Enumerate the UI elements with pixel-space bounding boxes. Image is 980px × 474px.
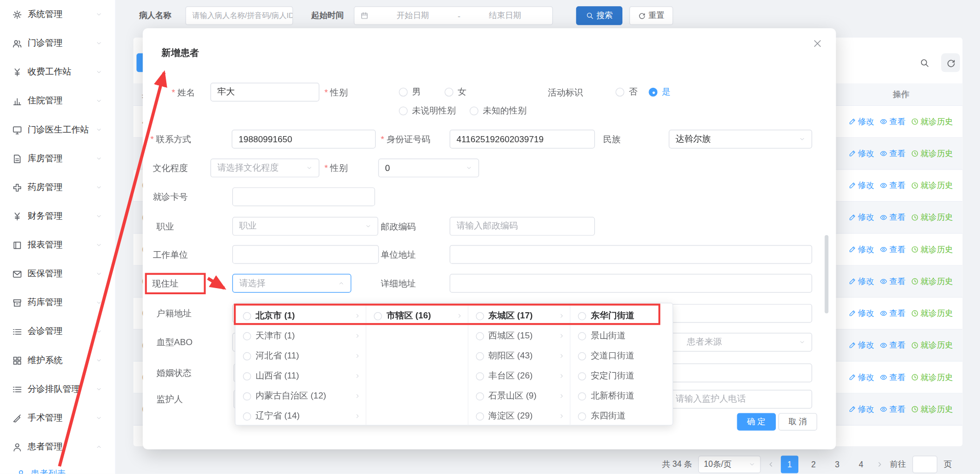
cancel-button[interactable]: 取 消: [778, 413, 817, 430]
gender-option-male[interactable]: 男: [399, 86, 421, 98]
search-button[interactable]: 搜索: [576, 6, 622, 25]
sidebar-item-pharmacy[interactable]: 药房管理: [0, 173, 115, 202]
sidebar-item-patient-list[interactable]: 患者列表: [0, 461, 115, 473]
edit-link[interactable]: 修改: [849, 116, 874, 127]
page-button-1[interactable]: 1: [781, 456, 798, 473]
view-link[interactable]: 查看: [880, 244, 906, 255]
work-unit-input[interactable]: [232, 245, 379, 264]
prev-page-button[interactable]: [767, 461, 775, 468]
sidebar-item-consultation[interactable]: 会诊管理: [0, 317, 115, 346]
name-input[interactable]: 牢大: [210, 83, 319, 102]
table-refresh-icon-button[interactable]: [941, 53, 960, 72]
view-link[interactable]: 查看: [880, 372, 906, 383]
sidebar-item-insurance[interactable]: 医保管理: [0, 259, 115, 288]
view-link[interactable]: 查看: [880, 212, 906, 223]
sidebar-item-charging-station[interactable]: 收费工作站: [0, 58, 115, 86]
current-address-cascader-select[interactable]: 请选择: [232, 274, 351, 293]
cascader-option-donghuamen[interactable]: 东华门街道: [571, 306, 672, 326]
page-button-4[interactable]: 4: [852, 456, 870, 473]
active-flag-option-yes[interactable]: 是: [649, 86, 671, 98]
table-search-icon-button[interactable]: [915, 53, 934, 72]
sidebar-item-outpatient[interactable]: 门诊管理: [0, 29, 115, 58]
cascader-option-neimenggu[interactable]: 内蒙古自治区 (12): [236, 386, 366, 406]
active-flag-option-no[interactable]: 否: [616, 86, 638, 98]
sidebar-item-surgery[interactable]: 手术管理: [0, 404, 115, 432]
history-link[interactable]: 就诊历史: [911, 116, 953, 127]
sidebar-item-outpatient-doctor-station[interactable]: 门诊医生工作站: [0, 116, 115, 144]
cascader-option-jingshan[interactable]: 景山街道: [571, 326, 672, 346]
view-link[interactable]: 查看: [880, 180, 906, 191]
reset-button[interactable]: 重置: [630, 6, 673, 25]
id-number-input[interactable]: 411625192602039719: [449, 130, 595, 149]
edit-link[interactable]: 修改: [849, 372, 874, 383]
occupation-select[interactable]: 职业: [232, 217, 378, 236]
close-icon[interactable]: [811, 37, 823, 49]
sidebar-item-maintenance[interactable]: 维护系统: [0, 346, 115, 375]
view-link[interactable]: 查看: [880, 276, 906, 287]
edit-link[interactable]: 修改: [849, 180, 874, 191]
date-range-picker[interactable]: 开始日期 - 结束日期: [354, 6, 553, 25]
cascader-option-dongcheng[interactable]: 东城区 (17): [468, 306, 570, 326]
edit-link[interactable]: 修改: [849, 404, 874, 415]
history-link[interactable]: 就诊历史: [911, 404, 953, 415]
history-link[interactable]: 就诊历史: [911, 339, 953, 351]
cascader-option-beixinqiao[interactable]: 北新桥街道: [571, 386, 672, 406]
detail-address-input[interactable]: [449, 274, 812, 293]
cascader-option-shanxi[interactable]: 山西省 (11): [236, 366, 366, 386]
edit-link[interactable]: 修改: [849, 212, 874, 223]
page-size-select[interactable]: 10条/页: [698, 456, 761, 473]
view-link[interactable]: 查看: [880, 339, 906, 351]
view-link[interactable]: 查看: [880, 308, 906, 319]
sidebar-item-reports[interactable]: 报表管理: [0, 231, 115, 259]
cascader-option-hebei[interactable]: 河北省 (11): [236, 346, 366, 366]
modal-scrollbar-thumb[interactable]: [825, 235, 828, 314]
history-link[interactable]: 就诊历史: [911, 308, 953, 319]
view-link[interactable]: 查看: [880, 116, 906, 127]
unit-address-input[interactable]: [449, 245, 812, 264]
history-link[interactable]: 就诊历史: [911, 148, 953, 159]
sidebar-item-triage-queue[interactable]: 分诊排队管理: [0, 375, 115, 404]
cascader-option-dongsi[interactable]: 东四街道: [571, 406, 672, 425]
edit-link[interactable]: 修改: [849, 339, 874, 351]
cascader-option-haidian[interactable]: 海淀区 (29): [468, 406, 570, 425]
goto-page-input[interactable]: [912, 456, 937, 473]
visit-card-input[interactable]: [232, 187, 375, 206]
cascader-option-shixiaqu[interactable]: 市辖区 (16): [366, 306, 467, 326]
edit-link[interactable]: 修改: [849, 148, 874, 159]
gender-option-unspecified[interactable]: 未说明性别: [399, 105, 456, 117]
cascader-option-tianjin[interactable]: 天津市 (1): [236, 326, 366, 346]
sidebar-item-system[interactable]: 系统管理: [0, 0, 115, 29]
cascader-option-liaoning[interactable]: 辽宁省 (14): [236, 406, 366, 425]
gender2-select[interactable]: 0: [378, 159, 479, 178]
cascader-option-fengtai[interactable]: 丰台区 (26): [468, 366, 570, 386]
confirm-button[interactable]: 确 定: [737, 413, 775, 430]
history-link[interactable]: 就诊历史: [911, 180, 953, 191]
postal-code-input[interactable]: 请输入邮政编码: [449, 217, 595, 236]
history-link[interactable]: 就诊历史: [911, 276, 953, 287]
cascader-option-andingmen[interactable]: 安定门街道: [571, 366, 672, 386]
view-link[interactable]: 查看: [880, 148, 906, 159]
cascader-option-shijingshan[interactable]: 石景山区 (9): [468, 386, 570, 406]
patient-name-input[interactable]: 请输入病人名称/拼音码/病人ID: [185, 6, 293, 25]
education-select[interactable]: 请选择文化程度: [210, 159, 319, 178]
page-button-3[interactable]: 3: [829, 456, 846, 473]
edit-link[interactable]: 修改: [849, 276, 874, 287]
sidebar-item-inpatient[interactable]: 住院管理: [0, 86, 115, 115]
edit-link[interactable]: 修改: [849, 308, 874, 319]
gender-option-female[interactable]: 女: [444, 86, 466, 98]
cascader-option-beijing[interactable]: 北京市 (1): [236, 306, 366, 326]
history-link[interactable]: 就诊历史: [911, 372, 953, 383]
next-page-button[interactable]: [876, 461, 884, 468]
cascader-option-xicheng[interactable]: 西城区 (15): [468, 326, 570, 346]
page-button-2[interactable]: 2: [805, 456, 822, 473]
sidebar-item-warehouse[interactable]: 库房管理: [0, 144, 115, 173]
sidebar-item-patient[interactable]: 患者管理: [0, 432, 115, 461]
cascader-option-chaoyang[interactable]: 朝阳区 (43): [468, 346, 570, 366]
edit-link[interactable]: 修改: [849, 244, 874, 255]
gender-option-unknown[interactable]: 未知的性别: [469, 105, 526, 117]
sidebar-item-drug-storage[interactable]: 药库管理: [0, 288, 115, 317]
sidebar-item-finance[interactable]: 财务管理: [0, 202, 115, 231]
history-link[interactable]: 就诊历史: [911, 244, 953, 255]
ethnicity-select[interactable]: 达斡尔族: [669, 130, 812, 149]
history-link[interactable]: 就诊历史: [911, 212, 953, 223]
